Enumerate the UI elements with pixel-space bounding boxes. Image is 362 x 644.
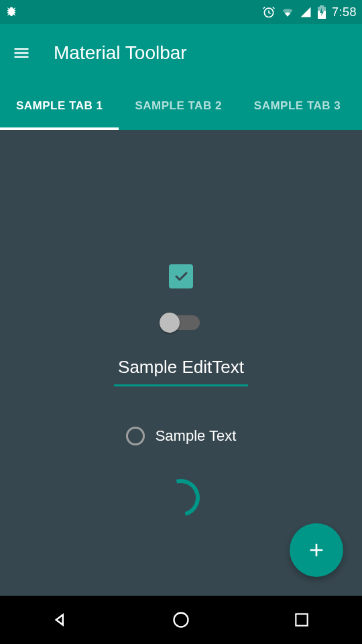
tab-sample-2[interactable]: SAMPLE TAB 2	[119, 82, 237, 130]
bug-icon	[5, 6, 17, 18]
plus-icon	[306, 539, 327, 561]
status-right: 7:58	[262, 5, 357, 19]
menu-button[interactable]	[5, 37, 38, 69]
sample-switch[interactable]	[162, 315, 200, 330]
battery-icon	[317, 5, 326, 19]
tab-sample-1[interactable]: SAMPLE TAB 1	[0, 82, 119, 130]
wifi-icon	[281, 5, 294, 19]
nav-back[interactable]	[20, 604, 101, 636]
status-time: 7:58	[332, 5, 357, 19]
radio-circle-icon	[126, 427, 145, 445]
progress-spinner	[156, 472, 206, 523]
back-icon	[50, 610, 70, 630]
sample-radio[interactable]: Sample Text	[126, 427, 237, 445]
nav-recent[interactable]	[261, 604, 342, 636]
sample-edit-text-wrap: Sample EditText	[114, 357, 248, 386]
content-area: Sample EditText Sample Text	[0, 130, 362, 596]
page-title: Material Toolbar	[54, 42, 187, 64]
tab-bar: SAMPLE TAB 1 SAMPLE TAB 2 SAMPLE TAB 3 S	[0, 82, 362, 130]
alarm-icon	[262, 5, 276, 19]
radio-label: Sample Text	[156, 427, 237, 445]
signal-icon	[300, 6, 312, 18]
tab-sample-3[interactable]: SAMPLE TAB 3	[238, 82, 357, 130]
status-bar: 7:58	[0, 0, 362, 24]
fab-add[interactable]	[290, 523, 343, 577]
recent-icon	[293, 611, 310, 629]
app-toolbar: Material Toolbar	[0, 24, 362, 82]
check-icon	[173, 268, 189, 284]
home-icon	[172, 610, 190, 629]
hamburger-icon	[12, 44, 31, 62]
tab-label: SAMPLE TAB 3	[254, 99, 341, 113]
tab-label: SAMPLE TAB 1	[16, 99, 103, 113]
sample-checkbox[interactable]	[169, 264, 193, 288]
switch-thumb	[160, 313, 180, 333]
svg-rect-2	[296, 614, 307, 625]
tab-sample-4-partial[interactable]: S	[357, 82, 362, 130]
tab-label: SAMPLE TAB 2	[135, 99, 221, 113]
status-left	[5, 6, 17, 18]
nav-home[interactable]	[141, 604, 221, 636]
android-nav-bar	[0, 596, 362, 644]
sample-edit-text[interactable]: Sample EditText	[114, 357, 248, 386]
svg-point-1	[174, 613, 188, 627]
